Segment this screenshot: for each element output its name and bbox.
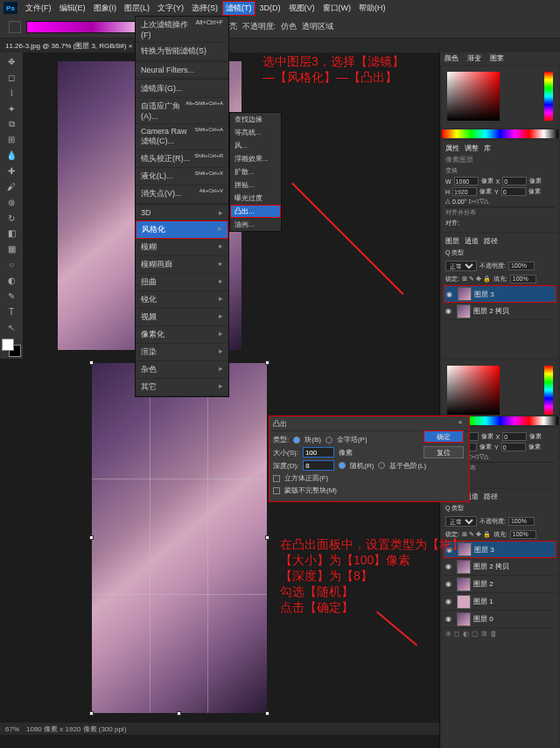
tab-layers[interactable]: 图层 — [445, 236, 459, 246]
filter-lens[interactable]: 镜头校正(R)...Shift+Ctrl+R — [136, 150, 228, 168]
brush-tool-icon[interactable]: 🖌 — [2, 179, 21, 194]
stylize-contour[interactable]: 等高线... — [230, 126, 281, 139]
menu-edit[interactable]: 编辑(E) — [56, 1, 89, 16]
filter-sharpen[interactable]: 锐化▸ — [136, 291, 228, 309]
filter-neural[interactable]: Neural Filters... — [136, 63, 228, 78]
y-input[interactable] — [501, 187, 526, 196]
filter-liquify[interactable]: 液化(L)...Shift+Ctrl+X — [136, 168, 228, 185]
layer-row[interactable]: ◉ 图层 2 拷贝 — [444, 558, 556, 576]
filter-blur[interactable]: 模糊▸ — [136, 239, 228, 256]
x-input-bot[interactable] — [502, 432, 527, 441]
eye-icon[interactable]: ◉ — [445, 563, 454, 570]
color-picker[interactable] — [442, 66, 558, 128]
filter-last[interactable]: 上次滤镜操作(F)Alt+Ctrl+F — [136, 17, 228, 43]
filter-noise[interactable]: 杂色▸ — [136, 361, 228, 379]
menu-layer[interactable]: 图层(L) — [121, 1, 153, 16]
w-input[interactable] — [454, 177, 479, 185]
radio-block[interactable] — [293, 437, 300, 444]
menu-file[interactable]: 文件(F) — [22, 1, 55, 16]
filter-render[interactable]: 渲染▸ — [136, 344, 228, 361]
menu-type[interactable]: 文字(Y) — [154, 1, 187, 16]
history-tool-icon[interactable]: ↻ — [2, 211, 21, 226]
layers-kind[interactable]: Q 类型 — [445, 248, 464, 257]
eraser-tool-icon[interactable]: ◧ — [2, 226, 21, 241]
frame-tool-icon[interactable]: ⊞ — [2, 132, 21, 147]
opt-reverse[interactable]: 仿色 — [281, 21, 297, 32]
color-picker-bot[interactable] — [442, 360, 558, 415]
layer-row[interactable]: ◉ 图层 2 — [444, 576, 556, 593]
tab-paths[interactable]: 路径 — [484, 236, 498, 246]
eye-icon[interactable]: ◉ — [445, 598, 454, 605]
eye-icon[interactable]: ◉ — [446, 290, 455, 298]
cb-solidface[interactable] — [273, 475, 280, 482]
stylize-wind[interactable]: 风... — [230, 139, 281, 152]
tab-pattern[interactable]: 图案 — [486, 52, 508, 65]
menu-3d[interactable]: 3D(D) — [256, 2, 284, 14]
heal-tool-icon[interactable]: ✚ — [2, 164, 21, 178]
angle-value[interactable]: 0.00° — [452, 199, 466, 205]
zoom-level[interactable]: 67% — [5, 725, 19, 733]
flip-icons[interactable]: ▷◁ ▽△ — [469, 198, 488, 205]
menu-select[interactable]: 选择(S) — [188, 1, 221, 16]
radio-random[interactable] — [339, 462, 346, 469]
tab-properties[interactable]: 属性 — [445, 143, 459, 153]
stylize-oil[interactable]: 油画... — [230, 218, 281, 231]
eye-icon[interactable]: ◉ — [445, 307, 454, 315]
layer-row[interactable]: ◉ 图层 2 拷贝 — [444, 303, 556, 320]
tab-gradient[interactable]: 渐变 — [463, 52, 486, 65]
filter-video[interactable]: 视频▸ — [136, 309, 228, 326]
cb-mask[interactable] — [273, 487, 280, 494]
filter-distort[interactable]: 扭曲▸ — [136, 274, 228, 291]
opacity-value[interactable]: 100% — [508, 262, 535, 270]
stylize-tiles[interactable]: 拼贴... — [230, 178, 281, 192]
fg-bg-colors[interactable] — [2, 339, 21, 357]
radio-pyramid[interactable] — [326, 437, 332, 444]
eyedrop-tool-icon[interactable]: 💧 — [2, 148, 21, 163]
depth-input[interactable] — [303, 460, 334, 471]
filter-pixelate[interactable]: 像素化▸ — [136, 326, 228, 344]
tab-adjust[interactable]: 调整 — [465, 143, 479, 153]
filter-camera[interactable]: Camera Raw 滤镜(C)...Shift+Ctrl+A — [136, 124, 228, 150]
filter-gallery[interactable]: 滤镜库(G)... — [136, 80, 228, 98]
layer-row[interactable]: ◉ 图层 1 — [444, 593, 556, 611]
filter-3d[interactable]: 3D▸ — [136, 206, 228, 220]
move-tool-icon[interactable]: ✥ — [2, 54, 21, 69]
h-input[interactable] — [452, 187, 477, 196]
menu-view[interactable]: 视图(V) — [285, 1, 318, 16]
tab-paths-bot[interactable]: 路径 — [484, 492, 498, 501]
blur-tool-icon[interactable]: ○ — [2, 257, 21, 272]
x-input[interactable] — [502, 177, 527, 185]
trash-icon[interactable]: 🗑 — [490, 630, 497, 638]
blend-mode-bot[interactable]: 正常 — [445, 516, 477, 527]
new-icon[interactable]: ⊞ — [481, 630, 487, 638]
gradient-tool-icon[interactable]: ▦ — [2, 241, 21, 256]
radio-level[interactable] — [378, 462, 385, 469]
filter-other[interactable]: 其它▸ — [136, 379, 228, 396]
y-input-bot[interactable] — [501, 443, 526, 451]
adj-icon[interactable]: ◐ — [463, 630, 469, 638]
tab-color[interactable]: 颜色 — [440, 52, 463, 65]
ok-button[interactable]: 确定 — [424, 430, 464, 443]
layer-row[interactable]: ◉ 图层 0 — [444, 611, 556, 628]
color-ramp[interactable] — [442, 129, 558, 138]
stylize-diffuse[interactable]: 扩散... — [230, 165, 281, 178]
filter-stylize[interactable]: 风格化▸ — [136, 220, 228, 239]
menu-image[interactable]: 图象(I) — [90, 1, 121, 16]
eye-icon[interactable]: ◉ — [445, 580, 454, 588]
opt-transp[interactable]: 透明区域 — [302, 21, 333, 32]
eye-icon[interactable]: ◉ — [445, 615, 454, 623]
filter-vanish[interactable]: 消失点(V)...Alt+Ctrl+V — [136, 185, 228, 203]
fx-icon[interactable]: ⊕ — [445, 630, 452, 638]
fill-value[interactable]: 100% — [510, 275, 536, 283]
menu-window[interactable]: 窗口(W) — [319, 1, 355, 16]
close-icon[interactable]: × — [455, 418, 466, 429]
stylize-findedges[interactable]: 查找边缘 — [230, 113, 281, 126]
menu-help[interactable]: 帮助(H) — [355, 1, 389, 16]
crop-tool-icon[interactable]: ⧉ — [2, 116, 21, 131]
wand-tool-icon[interactable]: ✦ — [2, 101, 21, 116]
filter-smart[interactable]: 转换为智能滤镜(S) — [136, 43, 228, 60]
doc-tab[interactable]: 11.26-3.jpg @ 36.7% (图层 3, RGB/8#) × — [5, 41, 132, 51]
group-icon[interactable]: ▢ — [472, 630, 479, 638]
filter-adaptive[interactable]: 自适应广角(A)...Alt+Shift+Ctrl+A — [136, 98, 228, 124]
lasso-tool-icon[interactable]: ⌇ — [2, 86, 21, 101]
